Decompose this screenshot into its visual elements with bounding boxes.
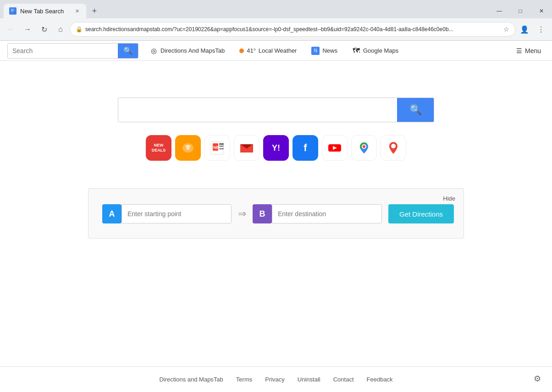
weather-temp-label: 41° [247,47,256,54]
destination-input[interactable] [272,204,382,223]
new-tab-button[interactable]: + [88,5,101,17]
footer-link-terms[interactable]: Terms [236,376,252,383]
footer-link-uninstall[interactable]: Uninstall [298,376,320,383]
news-label: News [322,47,337,54]
menu-button[interactable]: ☰ Menu [513,45,545,56]
youtube-icon [326,140,343,156]
footer-link-privacy[interactable]: Privacy [265,376,285,383]
main-search-wrap: 🔍 [118,98,434,122]
compass-icon: ◎ [149,47,158,55]
google-maps-icon: 🗺 [352,47,360,55]
point-a: A [102,204,232,223]
weather-label: Local Weather [259,47,297,54]
tab-favicon: 🔍 [9,7,17,15]
main-search-icon: 🔍 [409,104,422,116]
directions-row: A ⇒ B Get Directions [102,204,450,223]
news-icon: N [311,47,320,55]
toolbar: 🔍 ◎ Directions And MapsTab 41° Local Wea… [0,41,552,61]
point-a-label: A [102,204,121,223]
main-content: 🔍 NEWDEALS NEWS [0,61,552,239]
address-text: search.hdirectionsandmapstab.com/?uc=201… [85,26,501,33]
browser-chrome: 🔍 New Tab Search ✕ + — □ ✕ ← → ↻ ⌂ 🔒 sea… [0,0,552,41]
news-reader-icon: NEWS [209,140,226,156]
bookmark-icon[interactable]: ☆ [503,26,509,33]
address-bar[interactable]: 🔒 search.hdirectionsandmapstab.com/?uc=2… [70,22,515,37]
main-search-input[interactable] [118,98,397,122]
search-icon: 🔍 [123,46,132,55]
quick-link-yahoo[interactable]: Y! [263,135,289,161]
directions-widget: Hide A ⇒ B Get Directions [88,188,464,239]
footer: Directions and MapsTab Terms Privacy Uni… [0,366,552,392]
weather-link[interactable]: 41° Local Weather [236,45,300,56]
footer-link-feedback[interactable]: Feedback [367,376,393,383]
quick-link-gmail[interactable] [234,135,259,161]
home-button[interactable]: ⌂ [53,22,68,37]
quick-link-news-reader[interactable]: NEWS [204,135,230,161]
point-b-label: B [253,204,272,223]
main-search-button[interactable]: 🔍 [397,98,434,122]
quick-link-youtube[interactable] [322,135,348,161]
quick-link-new-deals[interactable]: NEWDEALS [146,135,171,161]
google-maps-icon [356,140,372,156]
active-tab[interactable]: 🔍 New Tab Search ✕ [4,4,86,18]
settings-icon[interactable]: ⚙ [534,374,545,385]
maps-pin-icon [385,140,402,156]
tab-close-button[interactable]: ✕ [73,7,81,15]
maximize-button[interactable]: □ [510,2,531,20]
hide-button[interactable]: Hide [443,195,455,202]
quick-link-audible[interactable] [175,135,201,161]
directions-mapstab-link[interactable]: ◎ Directions And MapsTab [146,45,228,57]
back-button[interactable]: ← [4,22,18,37]
window-controls: — □ ✕ [489,2,552,20]
svg-point-14 [363,145,365,148]
quick-links: NEWDEALS NEWS [146,135,406,161]
tab-title: New Tab Search [20,8,70,15]
quick-link-facebook[interactable]: f [293,135,318,161]
svg-rect-2 [219,143,224,145]
directions-link-label: Directions And MapsTab [160,47,225,54]
minimize-button[interactable]: — [489,2,510,20]
menu-label: Menu [525,47,541,54]
gmail-icon [238,140,255,156]
directions-arrow-icon: ⇒ [238,208,246,220]
weather-dot-icon [239,49,244,53]
tab-bar: 🔍 New Tab Search ✕ + — □ ✕ [0,0,552,18]
footer-link-directions[interactable]: Directions and MapsTab [159,376,223,383]
news-link[interactable]: N News [308,45,341,57]
menu-icon: ☰ [516,47,522,54]
quick-link-google-maps[interactable] [351,135,377,161]
quick-link-maps-pin[interactable] [381,135,406,161]
lock-icon: 🔒 [76,26,83,33]
svg-point-16 [391,144,396,148]
profile-button[interactable]: 👤 [517,22,532,37]
close-button[interactable]: ✕ [531,2,552,20]
search-input[interactable] [8,44,118,58]
point-b: B [253,204,382,223]
audible-icon [181,141,195,155]
starting-point-input[interactable] [121,204,232,223]
toolbar-search-box: 🔍 [7,43,138,59]
footer-link-contact[interactable]: Contact [333,376,354,383]
svg-text:NEWS: NEWS [213,145,226,150]
nav-bar: ← → ↻ ⌂ 🔒 search.hdirectionsandmapstab.c… [0,18,552,40]
search-button[interactable]: 🔍 [118,44,138,58]
refresh-button[interactable]: ↻ [37,22,51,37]
forward-button[interactable]: → [20,22,35,37]
google-maps-label: Google Maps [363,47,398,54]
get-directions-button[interactable]: Get Directions [388,204,454,223]
more-button[interactable]: ⋮ [534,22,548,37]
google-maps-link[interactable]: 🗺 Google Maps [348,45,402,57]
